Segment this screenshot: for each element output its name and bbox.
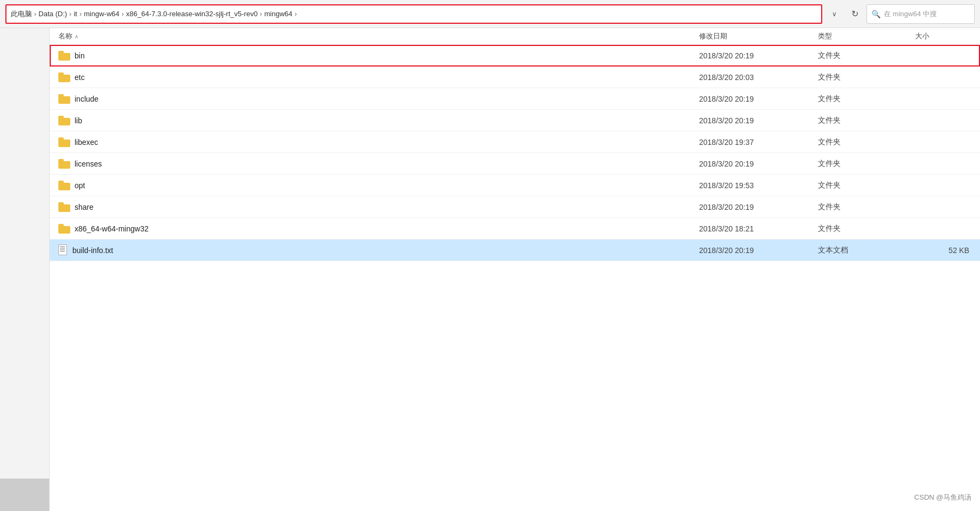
file-date: 2018/3/20 20:19 (699, 246, 818, 255)
file-type: 文件夹 (818, 72, 915, 82)
file-type: 文件夹 (818, 159, 915, 169)
folder-icon (58, 224, 70, 234)
table-row[interactable]: lib 2018/3/20 20:19 文件夹 (50, 110, 980, 131)
address-bar-area: 此电脑 › Data (D:) › it › mingw-w64 › x86_6… (0, 0, 980, 28)
search-box[interactable]: 🔍 在 mingw64 中搜 (867, 4, 975, 24)
refresh-icon: ↻ (851, 9, 858, 19)
file-date: 2018/3/20 20:19 (699, 116, 818, 125)
file-name-cell: bin (58, 51, 699, 61)
search-icon: 🔍 (871, 10, 881, 18)
file-name-cell: share (58, 202, 699, 212)
watermark: CSDN @马鱼鸡汤 (914, 493, 971, 502)
file-name: libexec (75, 138, 98, 147)
breadcrumb-this-pc[interactable]: 此电脑 (11, 9, 32, 19)
breadcrumb-container[interactable]: 此电脑 › Data (D:) › it › mingw-w64 › x86_6… (5, 4, 822, 24)
sidebar (0, 28, 50, 511)
file-name-cell: x86_64-w64-mingw32 (58, 224, 699, 234)
file-name: share (75, 203, 93, 211)
sort-arrow-icon: ∧ (75, 34, 78, 39)
breadcrumb-it[interactable]: it (73, 10, 77, 18)
file-name: lib (75, 116, 82, 125)
table-row[interactable]: libexec 2018/3/20 19:37 文件夹 (50, 131, 980, 153)
folder-icon (58, 202, 70, 212)
col-header-name[interactable]: 名称 ∧ (58, 31, 699, 41)
table-row[interactable]: include 2018/3/20 20:19 文件夹 (50, 88, 980, 110)
file-name-cell: lib (58, 116, 699, 125)
folder-icon (58, 116, 70, 125)
file-name-cell: include (58, 94, 699, 104)
breadcrumb-release[interactable]: x86_64-7.3.0-release-win32-sjlj-rt_v5-re… (126, 10, 258, 18)
table-row[interactable]: x86_64-w64-mingw32 2018/3/20 18:21 文件夹 (50, 218, 980, 240)
table-row[interactable]: opt 2018/3/20 19:53 文件夹 (50, 175, 980, 196)
file-date: 2018/3/20 18:21 (699, 224, 818, 233)
folder-icon (58, 137, 70, 147)
column-header-row: 名称 ∧ 修改日期 类型 大小 (50, 28, 980, 45)
file-name-cell: etc (58, 72, 699, 82)
file-type: 文件夹 (818, 94, 915, 104)
folder-icon (58, 94, 70, 104)
breadcrumb-mingw-w64[interactable]: mingw-w64 (84, 10, 119, 18)
sidebar-scroll-indicator (0, 479, 49, 511)
file-name-cell: opt (58, 181, 699, 190)
breadcrumb-data-d[interactable]: Data (D:) (38, 10, 67, 18)
chevron-down-icon: ∨ (832, 10, 837, 18)
file-date: 2018/3/20 19:53 (699, 181, 818, 190)
file-type: 文件夹 (818, 224, 915, 234)
folder-icon (58, 72, 70, 82)
file-list-area: 名称 ∧ 修改日期 类型 大小 bin 2018/3/20 20:19 (50, 28, 980, 511)
file-name: licenses (75, 160, 102, 168)
txt-file-icon (58, 244, 68, 256)
table-row[interactable]: build-info.txt 2018/3/20 20:19 文本文档 52 K… (50, 240, 980, 261)
file-type: 文件夹 (818, 137, 915, 147)
table-row[interactable]: etc 2018/3/20 20:03 文件夹 (50, 67, 980, 88)
file-name: x86_64-w64-mingw32 (75, 224, 149, 233)
main-content: 名称 ∧ 修改日期 类型 大小 bin 2018/3/20 20:19 (0, 28, 980, 511)
table-row[interactable]: bin 2018/3/20 20:19 文件夹 (50, 45, 980, 67)
file-date: 2018/3/20 19:37 (699, 138, 818, 147)
file-type: 文件夹 (818, 51, 915, 61)
table-row[interactable]: licenses 2018/3/20 20:19 文件夹 (50, 153, 980, 175)
file-date: 2018/3/20 20:19 (699, 95, 818, 103)
refresh-button[interactable]: ↻ (846, 5, 863, 23)
file-name-cell: build-info.txt (58, 244, 699, 256)
col-header-modified[interactable]: 修改日期 (699, 31, 818, 41)
address-dropdown-button[interactable]: ∨ (825, 5, 843, 23)
col-header-type[interactable]: 类型 (818, 31, 915, 41)
file-date: 2018/3/20 20:19 (699, 160, 818, 168)
file-rows-container: bin 2018/3/20 20:19 文件夹 etc 2018/3/20 20… (50, 45, 980, 261)
file-name: build-info.txt (72, 246, 113, 255)
search-placeholder: 在 mingw64 中搜 (884, 9, 937, 19)
file-name-cell: licenses (58, 159, 699, 169)
file-date: 2018/3/20 20:19 (699, 51, 818, 60)
file-name: bin (75, 51, 85, 60)
folder-icon (58, 181, 70, 190)
folder-icon (58, 51, 70, 61)
file-type: 文件夹 (818, 202, 915, 212)
file-type: 文件夹 (818, 116, 915, 125)
folder-icon (58, 159, 70, 169)
col-header-size[interactable]: 大小 (915, 31, 980, 41)
file-name: opt (75, 181, 85, 190)
file-name-cell: libexec (58, 137, 699, 147)
file-date: 2018/3/20 20:19 (699, 203, 818, 211)
file-name: etc (75, 73, 85, 82)
file-name: include (75, 95, 98, 103)
file-type: 文件夹 (818, 181, 915, 190)
table-row[interactable]: share 2018/3/20 20:19 文件夹 (50, 196, 980, 218)
breadcrumb-mingw64[interactable]: mingw64 (264, 10, 292, 18)
file-date: 2018/3/20 20:03 (699, 73, 818, 82)
file-type: 文本文档 (818, 245, 915, 255)
file-size: 52 KB (915, 246, 980, 255)
